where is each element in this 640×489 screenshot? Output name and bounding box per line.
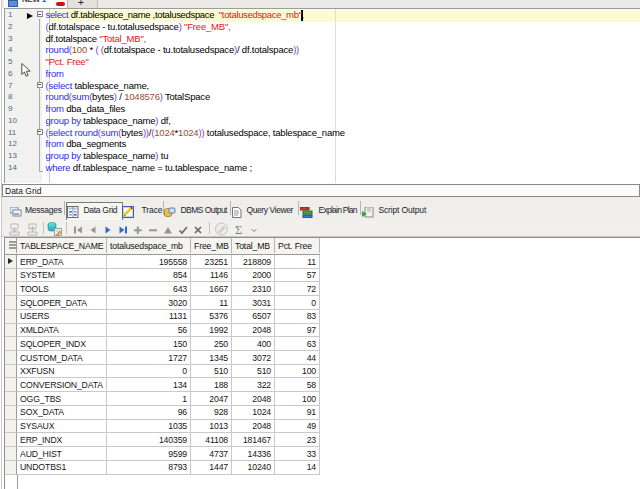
svg-text:Σ: Σ — [235, 223, 242, 236]
